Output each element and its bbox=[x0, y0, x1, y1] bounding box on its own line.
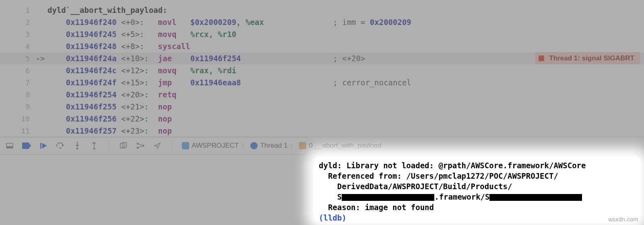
code-line[interactable]: 6 0x11946f24c <+12>: movq %rax, %rdi bbox=[0, 64, 644, 76]
step-out-icon[interactable] bbox=[89, 141, 99, 151]
breakpoints-icon[interactable] bbox=[22, 141, 31, 151]
svg-rect-1 bbox=[6, 146, 13, 148]
instruction: 0x11946f24c <+12>: movq %rax, %rdi bbox=[47, 64, 644, 76]
instruction: 0x11946f255 <+21>: nop bbox=[47, 101, 644, 113]
jump-bar[interactable]: AWSPROJECT 〉 Thread 1 〉 0 __abort_with_p… bbox=[182, 141, 382, 151]
instruction: 0x11946f254 <+20>: retq bbox=[47, 89, 644, 101]
project-icon bbox=[182, 142, 189, 149]
code-line[interactable]: 7 0x11946f24f <+15>: jmp 0x11946eaa8 ; c… bbox=[0, 76, 644, 89]
line-number: 8 bbox=[0, 89, 33, 101]
instruction: 0x11946f24f <+15>: jmp 0x11946eaa8 ; cer… bbox=[47, 76, 644, 89]
chevron-right-icon: 〉 bbox=[290, 141, 297, 151]
watermark: wsxdn.com bbox=[608, 216, 638, 223]
line-number: 7 bbox=[0, 77, 33, 89]
line-number: 10 bbox=[0, 113, 33, 125]
continue-icon[interactable] bbox=[39, 141, 48, 151]
frame-icon bbox=[299, 142, 306, 149]
line-number: 9 bbox=[0, 101, 33, 113]
instruction: 0x11946f245 <+5>: movq %rcx, %r10 bbox=[47, 28, 644, 40]
line-number: 11 bbox=[0, 125, 33, 137]
svg-point-11 bbox=[137, 147, 139, 149]
svg-line-14 bbox=[138, 146, 142, 147]
instruction: 0x11946f240 <+0>: movl $0x2000209, %eax … bbox=[47, 16, 644, 28]
svg-rect-2 bbox=[40, 143, 41, 149]
code-line[interactable]: 3 0x11946f245 <+5>: movq %rcx, %r10 bbox=[0, 28, 644, 40]
debug-view-hierarchy-icon[interactable] bbox=[119, 141, 128, 151]
console-line: Referenced from: /Users/pmclap1272/POC/A… bbox=[319, 171, 558, 180]
console-line: DerivedData/AWSPROJECT/Build/Products/ bbox=[319, 182, 512, 191]
code-line[interactable]: 2 0x11946f240 <+0>: movl $0x2000209, %ea… bbox=[0, 16, 644, 28]
svg-point-7 bbox=[93, 148, 95, 150]
svg-point-3 bbox=[60, 147, 61, 149]
disassembly-view: 1 dyld`__abort_with_payload: 2 0x11946f2… bbox=[0, 0, 644, 137]
separator bbox=[109, 140, 109, 151]
debug-memory-graph-icon[interactable] bbox=[136, 141, 145, 151]
line-number: 4 bbox=[0, 41, 33, 53]
svg-point-10 bbox=[137, 143, 139, 145]
instruction: 0x11946f248 <+8>: syscall bbox=[47, 40, 644, 52]
line-number: 6 bbox=[0, 65, 33, 77]
line-number: 2 bbox=[0, 17, 33, 29]
code-line[interactable]: 10 0x11946f256 <+22>: nop bbox=[0, 113, 644, 125]
exec-pointer-icon: -> bbox=[33, 52, 47, 64]
line-number: 1 bbox=[0, 4, 33, 17]
step-into-icon[interactable] bbox=[72, 141, 82, 151]
svg-line-13 bbox=[138, 144, 142, 145]
debug-console-output[interactable]: dyld: Library not loaded: @rpath/AWSCore… bbox=[314, 156, 641, 223]
chevron-right-icon: 〉 bbox=[241, 141, 248, 151]
instruction: 0x11946f257 <+23>: nop bbox=[47, 125, 644, 137]
debug-toolbar: AWSPROJECT 〉 Thread 1 〉 0 __abort_with_p… bbox=[0, 137, 644, 155]
thread-icon bbox=[250, 142, 258, 149]
redacted-text bbox=[489, 194, 582, 201]
instruction: 0x11946f256 <+22>: nop bbox=[47, 113, 644, 125]
step-over-icon[interactable] bbox=[56, 141, 65, 151]
code-line[interactable]: 1 dyld`__abort_with_payload: bbox=[0, 4, 644, 16]
console-line: S.framework/S bbox=[319, 192, 582, 201]
code-line[interactable]: 9 0x11946f255 <+21>: nop bbox=[0, 101, 644, 113]
code-line[interactable]: 4 0x11946f248 <+8>: syscall bbox=[0, 40, 644, 52]
console-line: Reason: image not found bbox=[319, 203, 434, 212]
line-number: 5 bbox=[0, 53, 33, 65]
crumb-frame: 0 __abort_with_payload bbox=[309, 142, 382, 150]
separator bbox=[172, 140, 172, 151]
svg-point-12 bbox=[142, 145, 144, 147]
toggle-debug-area-icon[interactable] bbox=[5, 141, 14, 151]
crumb-project: AWSPROJECT bbox=[192, 142, 239, 150]
lldb-prompt[interactable]: (lldb) bbox=[319, 213, 351, 222]
code-line[interactable]: 11 0x11946f257 <+23>: nop bbox=[0, 125, 644, 137]
code-line[interactable]: 8 0x11946f254 <+20>: retq bbox=[0, 89, 644, 101]
redacted-text bbox=[342, 194, 434, 201]
symbol-header: dyld`__abort_with_payload: bbox=[47, 4, 644, 16]
simulate-location-icon[interactable] bbox=[153, 141, 162, 151]
line-number: 3 bbox=[0, 29, 33, 41]
crumb-thread: Thread 1 bbox=[260, 142, 287, 150]
thread-signal-badge[interactable]: Thread 1: signal SIGABRT bbox=[535, 52, 640, 64]
console-line: dyld: Library not loaded: @rpath/AWSCore… bbox=[319, 161, 586, 170]
svg-point-5 bbox=[76, 148, 78, 150]
